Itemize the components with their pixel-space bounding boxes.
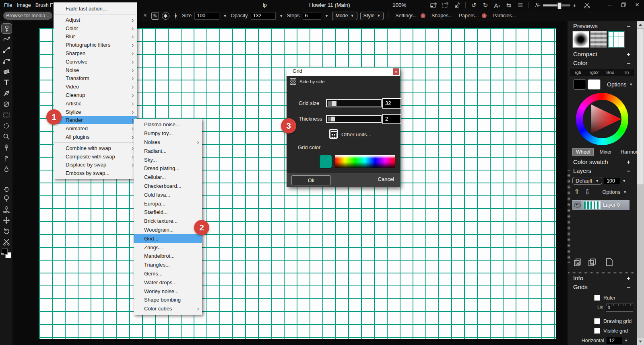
submenu-item-woodgrain[interactable]: Woodgrain... <box>134 226 202 234</box>
text-arrow-icon[interactable]: A› <box>493 1 502 9</box>
submenu-item-europa[interactable]: Europa... <box>134 199 202 208</box>
grid-preview-thumb[interactable] <box>608 31 625 48</box>
submenu-item-color-cubes[interactable]: Color cubes› <box>134 304 202 313</box>
menu-item-composite-with-swap[interactable]: Composite with swap› <box>54 152 137 161</box>
submenu-item-dread-plating[interactable]: Dread plating... <box>134 164 202 173</box>
collapse-icon[interactable]: – <box>627 60 630 66</box>
wheel-mode-button[interactable]: Wheel <box>572 148 594 156</box>
secondary-color-swatch[interactable] <box>588 79 601 90</box>
particles-button[interactable]: Particles... <box>493 13 516 18</box>
gradient-tool[interactable] <box>1 67 11 76</box>
no-draw-tool[interactable] <box>1 99 11 109</box>
screen-layout-icon-3[interactable] <box>453 1 462 9</box>
expand-icon[interactable]: + <box>627 158 630 165</box>
collapse-icon[interactable]: – <box>627 167 630 174</box>
menu-item-noise[interactable]: Noise› <box>54 66 137 74</box>
scroll-down-button[interactable] <box>637 338 644 345</box>
menu-item-combine-with-swap[interactable]: Combine with swap› <box>54 144 137 152</box>
swap-arrows-icon[interactable]: ⇆ <box>504 1 513 9</box>
tab-tri[interactable]: Tri <box>618 70 634 75</box>
crosshair-icon[interactable] <box>172 12 179 19</box>
size-dropdown-icon[interactable]: ▼ <box>223 14 227 18</box>
submenu-item-sky[interactable]: Sky... <box>134 155 202 164</box>
menu-item-all-plugins[interactable]: All plugins› <box>54 133 137 141</box>
menu-item-artistic[interactable]: Artistic› <box>54 99 137 108</box>
lens-tool[interactable] <box>1 194 11 203</box>
minimize-button[interactable]: – <box>606 1 613 9</box>
color-options-button[interactable]: Options▼ <box>607 81 633 88</box>
submenu-item-radiant[interactable]: Radiant... <box>134 146 202 155</box>
new-page-icon[interactable] <box>605 257 614 269</box>
expand-icon[interactable]: + <box>627 51 630 58</box>
magnifier-tool[interactable] <box>1 132 11 142</box>
submenu-item-triangles[interactable]: Triangles... <box>134 261 202 269</box>
move-layer-down-icon[interactable]: ⇩ <box>584 188 590 196</box>
thickness-slider[interactable] <box>326 115 382 123</box>
menu-file[interactable]: File <box>4 0 12 10</box>
tab-rgb[interactable]: rgb <box>570 70 586 75</box>
slider-track[interactable] <box>543 4 570 6</box>
menu-image[interactable]: Image <box>17 0 31 10</box>
mixer-mode-button[interactable]: Mixer <box>596 149 615 155</box>
panel-resize-gutter[interactable] <box>568 170 570 263</box>
layer-row-0[interactable]: Layer 0 <box>572 200 630 210</box>
submenu-item-brick-texture[interactable]: Brick texture... <box>134 217 202 226</box>
undo-tool[interactable] <box>1 226 11 236</box>
steps-dropdown-icon[interactable]: ▼ <box>325 14 329 18</box>
units-value-field[interactable]: 0 <box>606 304 633 312</box>
restore-button[interactable] <box>620 1 627 9</box>
tab-rgb2[interactable]: rgb2 <box>586 70 602 75</box>
ellipse-select-tool[interactable] <box>1 121 11 131</box>
screen-layout-icon-2[interactable] <box>441 1 450 9</box>
redo-icon[interactable]: ↻ <box>481 1 490 9</box>
menu-item-cleanup[interactable]: Cleanup› <box>54 91 137 99</box>
marker-tool[interactable] <box>1 23 12 34</box>
submenu-item-starfield[interactable]: Starfield... <box>134 208 202 217</box>
collapse-icon[interactable]: – <box>627 23 630 29</box>
menu-item-transform[interactable]: Transform› <box>54 74 137 83</box>
opacity-dropdown-icon[interactable]: ▼ <box>279 14 283 18</box>
text-tool[interactable] <box>1 78 11 87</box>
ruler-checkbox[interactable] <box>594 295 600 301</box>
paint-smear-tool[interactable] <box>1 34 11 44</box>
grid-size-value[interactable]: 32 <box>382 98 401 109</box>
slider-handle[interactable] <box>328 117 335 121</box>
menu-item-displace-by-swap[interactable]: Displace by swap› <box>54 161 137 169</box>
menu-item-render[interactable]: Render› <box>54 116 137 125</box>
primary-color-swatch[interactable] <box>573 79 586 90</box>
menu-item-animated[interactable]: Animated› <box>54 124 137 133</box>
menu-item-color[interactable]: Color› <box>54 24 137 33</box>
slider-minus[interactable]: − <box>537 2 541 9</box>
submenu-item-checkerboard[interactable]: Checkerboard... <box>134 182 202 191</box>
brush-preview-thumb[interactable] <box>572 31 589 48</box>
menu-help-partial[interactable]: lp <box>263 0 267 10</box>
info-section-header[interactable]: Info+ <box>568 273 637 282</box>
menu-item-emboss-by-swap[interactable]: Emboss by swap... <box>54 169 137 177</box>
submenu-item-cellular[interactable]: Cellular... <box>134 173 202 182</box>
undo-icon[interactable]: ↺ <box>469 1 478 9</box>
close-button[interactable]: × <box>634 1 641 9</box>
previews-section-header[interactable]: Previews– <box>568 21 637 30</box>
submenu-item-noises[interactable]: Noises› <box>134 138 202 147</box>
wand-tool[interactable] <box>1 143 11 152</box>
pan-hand-tool[interactable] <box>1 184 11 193</box>
screen-layout-icon-1[interactable] <box>429 1 438 9</box>
settings-button[interactable]: Settings... <box>395 13 418 18</box>
menu-item-video[interactable]: Video› <box>54 82 137 91</box>
dialog-close-button[interactable]: x <box>393 68 399 75</box>
script-s-icon[interactable]: S <box>142 12 149 19</box>
scroll-thumb[interactable] <box>637 28 644 185</box>
panel-scrollbar[interactable] <box>637 21 644 345</box>
grids-section-header[interactable]: Grids– <box>568 282 637 291</box>
side-by-side-checkbox[interactable] <box>290 78 296 85</box>
expand-icon[interactable]: + <box>627 275 630 281</box>
shapes-button[interactable]: Shapes... <box>431 13 453 18</box>
mode-button[interactable]: Mode▼ <box>332 12 357 20</box>
menu-item-blur[interactable]: Blur› <box>54 33 137 41</box>
grid-size-slider[interactable] <box>326 99 382 107</box>
submenu-item-shape-bombing[interactable]: Shape bombing <box>134 296 202 304</box>
submenu-item-water-drops[interactable]: Water drops... <box>134 278 202 287</box>
menu-item-stylize[interactable]: Stylize› <box>54 108 137 116</box>
blend-mode-dropdown[interactable]: Default▼ <box>572 177 602 185</box>
submenu-item-grid[interactable]: Grid... <box>134 234 202 243</box>
